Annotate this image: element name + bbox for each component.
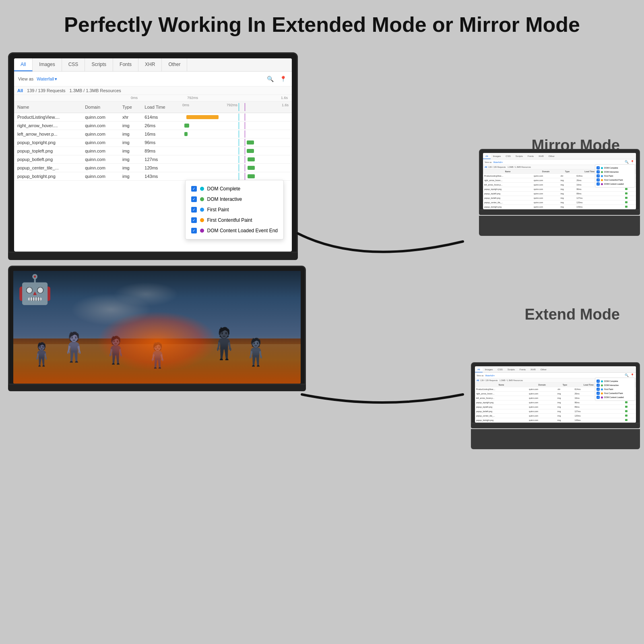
row-name: right_arrow_hover.... <box>14 122 82 130</box>
popup-item-first-paint[interactable]: ✓ First Paint <box>186 204 283 215</box>
mini-view-as-e: View as <box>477 374 483 377</box>
row-timeline <box>179 147 292 155</box>
row-timeline <box>179 122 292 130</box>
tab-all[interactable]: All <box>14 58 33 71</box>
row-domain: quinn.com <box>82 155 119 164</box>
mini-popup-item: ✓DOM Content Loaded <box>597 182 634 186</box>
mini-row-e: popup_topleft.pngquinn.comimg89ms <box>475 405 636 409</box>
wide-monitor: 🤖 🧍 🧍 🧍 🧍 🧍 🧍 <box>8 266 306 391</box>
mini-tab-other-e: Other <box>538 367 549 372</box>
mini-row-e: popup_botright.pngquinn.comimg143ms <box>475 418 636 423</box>
laptop-extend-base <box>471 423 640 428</box>
pin-icon[interactable]: 📍 <box>278 74 288 84</box>
col-name[interactable]: Name <box>14 101 82 113</box>
mini-label-e: DOM Interactive <box>604 384 619 386</box>
row-vline-teal <box>239 139 239 146</box>
mini-checkbox: ✓ <box>597 178 600 182</box>
tab-scripts[interactable]: Scripts <box>85 58 113 71</box>
tab-xhr[interactable]: XHR <box>138 58 162 71</box>
mini-row: popup_topright.pngquinn.comimg96ms <box>483 187 636 192</box>
col-loadtime[interactable]: Load Time <box>141 101 179 113</box>
mini-label: DOM Complete <box>604 167 618 169</box>
laptop-base <box>479 210 640 215</box>
mini-tab-xhr-e: XHR <box>528 367 538 372</box>
monitor-stand-bar <box>8 253 298 260</box>
row-load: 16ms <box>141 130 179 138</box>
laptop-extend: All Images CSS Scripts Fonts XHR Other V… <box>471 362 640 449</box>
mini-tab-all: All <box>483 154 491 159</box>
checkbox-dom-interactive[interactable]: ✓ <box>191 196 197 202</box>
popup-item-dom-interactive[interactable]: ✓ DOM Interactive <box>186 194 283 204</box>
checkbox-first-paint[interactable]: ✓ <box>191 207 197 213</box>
laptop-mirror-bezel: All Images CSS Scripts Fonts XHR Other V… <box>479 149 640 210</box>
mini-popup-item-e: ✓DOM Content Loaded <box>597 395 634 399</box>
mini-col-type-e: Type <box>556 383 573 387</box>
mini-label: DOM Content Loaded <box>604 183 624 185</box>
request-count: 139 / 139 Requests <box>27 88 65 93</box>
row-domain: quinn.com <box>82 113 119 122</box>
filter-all[interactable]: All <box>17 88 23 93</box>
mini-col-name-e: Name <box>475 383 528 387</box>
row-load: 120ms <box>141 164 179 172</box>
checkbox-dom-loaded[interactable]: ✓ <box>191 228 197 233</box>
extend-mode-label: Extend Mode <box>525 306 620 323</box>
monitor-screen: All Images CSS Scripts Fonts XHR Other V… <box>14 58 292 252</box>
mini-row: popup_botleft.pngquinn.comimg127ms <box>483 196 636 200</box>
dot-dom-complete <box>200 187 204 191</box>
table-row: popup_botright.png quinn.com img 143ms <box>14 172 292 181</box>
row-name: popup_topleft.png <box>14 147 82 155</box>
mini-tab-scripts-e: Scripts <box>505 367 517 372</box>
mini-row-e: popup_center_tile_...quinn.comimg120ms <box>475 414 636 418</box>
laptop-extend-bezel: All Images CSS Scripts Fonts XHR Other V… <box>471 362 640 423</box>
popup-item-first-contentful[interactable]: ✓ First Contentful Paint <box>186 215 283 225</box>
row-type: img <box>119 164 141 172</box>
timeline-bar-green <box>248 174 255 178</box>
row-vline-purple <box>245 156 245 163</box>
row-vline-purple <box>245 130 245 138</box>
waterfall-button[interactable]: Waterfall ▾ <box>37 76 57 82</box>
row-load: 127ms <box>141 155 179 164</box>
popup-item-dom-complete[interactable]: ✓ DOM Complete <box>186 184 283 194</box>
label-dom-loaded: DOM Content Loaded Event End <box>207 228 278 233</box>
timeline-bar-green <box>247 149 254 153</box>
row-domain: quinn.com <box>82 130 119 138</box>
mini-search-icon-e: 🔍 <box>625 374 629 377</box>
col-type[interactable]: Type <box>119 101 141 113</box>
main-monitor: All Images CSS Scripts Fonts XHR Other V… <box>8 52 298 260</box>
mini-dot-blue <box>601 175 603 177</box>
mini-dot-purple-e <box>601 396 603 398</box>
checkbox-first-contentful[interactable]: ✓ <box>191 217 197 223</box>
summary-bar: All 139 / 139 Requests 1.3MB / 1.3MB Res… <box>14 87 292 95</box>
row-vline-purple <box>245 114 245 121</box>
mini-checkbox-e: ✓ <box>597 396 600 399</box>
row-vline-teal <box>239 156 239 163</box>
row-vline-teal <box>239 164 239 171</box>
laptop-mirror: All Images CSS Scripts Fonts XHR Other V… <box>479 149 640 236</box>
dot-first-paint <box>200 208 204 212</box>
search-icon[interactable]: 🔍 <box>265 74 275 84</box>
row-domain: quinn.com <box>82 122 119 130</box>
mini-tab-images-e: Images <box>483 367 495 372</box>
toolbar: View as Waterfall ▾ 🔍 📍 <box>14 72 292 87</box>
popup-item-dom-loaded[interactable]: ✓ DOM Content Loaded Event End <box>186 225 283 236</box>
tab-css[interactable]: CSS <box>62 58 85 71</box>
row-vline-teal <box>239 122 239 129</box>
mini-dot-teal <box>601 167 603 169</box>
mini-popup-item: ✓DOM Interactive <box>597 170 634 174</box>
mini-row-e: popup_topright.pngquinn.comimg96ms <box>475 400 636 405</box>
row-load: 96ms <box>141 138 179 147</box>
tab-images[interactable]: Images <box>33 58 62 71</box>
checkbox-dom-complete[interactable]: ✓ <box>191 186 197 192</box>
row-timeline <box>179 164 292 172</box>
mini-tab-fonts-e: Fonts <box>517 367 528 372</box>
tab-fonts[interactable]: Fonts <box>113 58 138 71</box>
row-domain: quinn.com <box>82 138 119 147</box>
mini-dot-green-e <box>601 384 603 386</box>
table-row: popup_topright.png quinn.com img 96ms <box>14 138 292 147</box>
timeline-bar-green <box>248 166 255 170</box>
col-timeline: 0ms 792ms 1.6s <box>179 101 292 113</box>
mini-checkbox-e: ✓ <box>597 388 600 391</box>
tab-other[interactable]: Other <box>162 58 187 71</box>
mini-popup-item: ✓First Contentful Paint <box>597 178 634 182</box>
col-domain[interactable]: Domain <box>82 101 119 113</box>
